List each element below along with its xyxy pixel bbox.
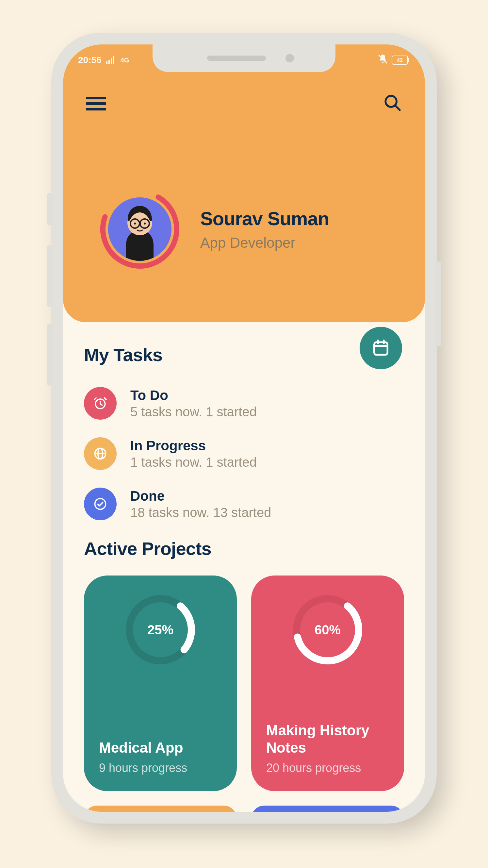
task-title: Done [130, 488, 271, 504]
task-item[interactable]: Done18 tasks now. 13 started [84, 488, 404, 520]
svg-rect-3 [113, 56, 114, 64]
project-card[interactable]: 25%Medical App9 hours progress [84, 576, 237, 791]
header: 20:56 4G 42 [63, 44, 425, 322]
project-subtitle: 9 hours progress [99, 761, 222, 775]
project-subtitle: 20 hours progress [266, 761, 389, 775]
status-net: 4G [121, 57, 129, 64]
profile-role: App Developer [200, 235, 329, 251]
task-item[interactable]: In Progress1 tasks now. 1 started [84, 437, 404, 470]
task-item[interactable]: To Do5 tasks now. 1 started [84, 387, 404, 420]
project-card-peek[interactable] [251, 806, 404, 812]
globe-icon [84, 437, 117, 470]
project-card[interactable]: 60%Making History Notes20 hours progress [251, 576, 404, 791]
status-time: 20:56 [78, 55, 102, 65]
avatar[interactable] [99, 188, 181, 270]
svg-rect-19 [374, 342, 388, 354]
svg-text:42: 42 [397, 58, 403, 63]
status-left: 20:56 4G [78, 55, 129, 65]
check-icon [84, 488, 117, 520]
svg-rect-1 [108, 60, 110, 64]
profile-name: Sourav Suman [200, 208, 329, 229]
progress-ring: 25% [125, 594, 196, 666]
progress-label: 60% [292, 594, 363, 666]
phone-frame: 20:56 4G 42 [51, 33, 437, 824]
status-right: 42 [377, 54, 410, 67]
mute-icon [377, 54, 388, 67]
svg-point-18 [144, 222, 146, 224]
task-title: In Progress [130, 438, 257, 454]
task-subtitle: 5 tasks now. 1 started [130, 405, 257, 419]
svg-line-9 [395, 105, 400, 110]
profile: Sourav Suman App Developer [99, 188, 402, 270]
calendar-icon [372, 339, 390, 358]
task-title: To Do [130, 388, 257, 403]
menu-icon[interactable] [86, 94, 106, 114]
progress-label: 25% [125, 594, 196, 666]
task-subtitle: 18 tasks now. 13 started [130, 505, 271, 520]
notch [153, 44, 335, 72]
project-title: Medical App [99, 739, 222, 756]
screen: 20:56 4G 42 [63, 44, 425, 812]
svg-rect-6 [408, 58, 409, 62]
task-subtitle: 1 tasks now. 1 started [130, 455, 257, 470]
svg-rect-2 [111, 58, 112, 64]
projects-heading: Active Projects [84, 538, 404, 559]
calendar-button[interactable] [360, 327, 402, 369]
progress-ring: 60% [292, 594, 363, 666]
svg-point-17 [134, 222, 136, 224]
alarm-icon [84, 387, 117, 420]
battery-icon: 42 [392, 56, 410, 65]
svg-rect-0 [106, 61, 107, 64]
search-icon[interactable] [383, 93, 402, 114]
tasks-heading: My Tasks [84, 344, 162, 365]
network-icon [106, 56, 116, 64]
project-card-peek[interactable] [84, 806, 237, 812]
project-title: Making History Notes [266, 722, 389, 756]
